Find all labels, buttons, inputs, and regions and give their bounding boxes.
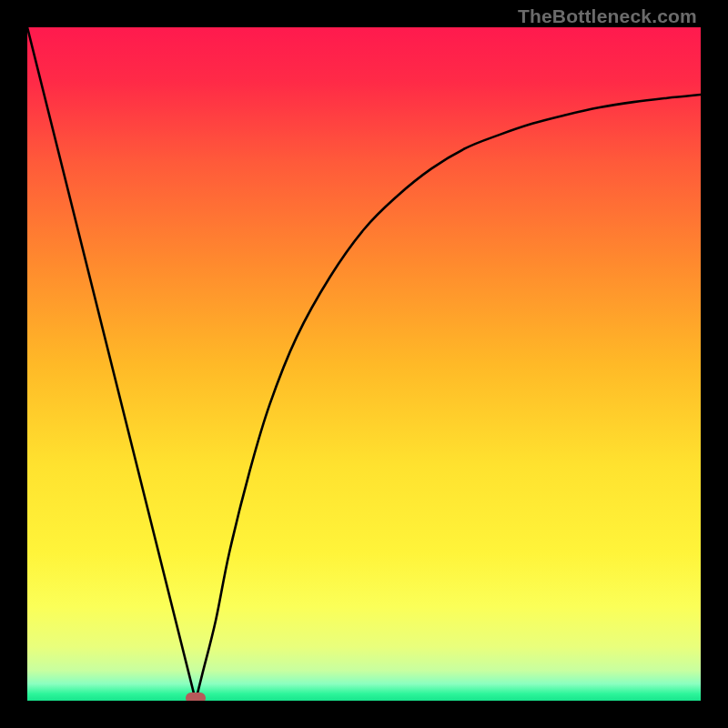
optimum-marker — [186, 693, 206, 701]
chart-frame: TheBottleneck.com — [0, 0, 728, 728]
bottleneck-curve — [27, 27, 701, 701]
watermark-text: TheBottleneck.com — [518, 5, 697, 27]
plot-area — [27, 27, 701, 701]
